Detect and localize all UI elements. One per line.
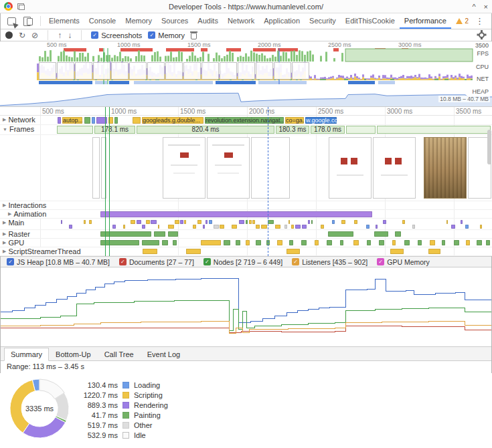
main-thread-task[interactable] <box>291 225 294 229</box>
task-chip[interactable] <box>327 240 332 245</box>
tab-sources[interactable]: Sources <box>157 13 193 29</box>
main-thread-task[interactable] <box>451 225 455 229</box>
scrollbar-thumb[interactable] <box>487 130 491 164</box>
expand-triangle-icon[interactable]: ▶ <box>3 231 6 237</box>
task-chip[interactable] <box>315 240 319 245</box>
counter-checkbox-listeners[interactable]: ✓Listeners [435 – 902] <box>292 258 367 266</box>
main-thread-task[interactable] <box>180 220 183 224</box>
counter-checkbox-js[interactable]: ✓JS Heap [10.8 MB – 40.7 MB] <box>7 258 110 266</box>
task-chip[interactable] <box>442 240 445 245</box>
task-chip[interactable] <box>301 240 307 245</box>
main-thread-task[interactable] <box>302 225 307 229</box>
frame-bar[interactable] <box>57 126 93 134</box>
task-chip[interactable] <box>428 249 440 254</box>
main-thread-task[interactable] <box>214 225 219 229</box>
task-chip[interactable] <box>246 240 250 245</box>
task-chip[interactable] <box>477 240 482 245</box>
filmstrip-screenshot[interactable] <box>207 137 250 199</box>
collapse-triangle-icon[interactable]: ▼ <box>3 127 7 132</box>
main-thread-task[interactable] <box>206 220 208 224</box>
track-frames[interactable]: ▼Frames178.1 ms820.4 ms180.3 ms178.0 ms <box>0 125 492 135</box>
task-chip[interactable] <box>100 240 139 245</box>
track-network[interactable]: ▶Networkautop...googleads.g.double...rev… <box>0 116 492 125</box>
main-thread-task[interactable] <box>209 220 213 224</box>
counter-checkbox-gpu[interactable]: ✓GPU Memory <box>377 258 430 266</box>
main-thread-task[interactable] <box>89 220 92 224</box>
main-thread-task[interactable] <box>354 220 357 224</box>
frame-bar[interactable]: 180.3 ms <box>276 126 309 134</box>
task-chip[interactable] <box>454 240 459 245</box>
expand-triangle-icon[interactable]: ▶ <box>8 211 11 217</box>
main-thread-task[interactable] <box>146 220 150 224</box>
frame-bar[interactable] <box>377 126 491 134</box>
task-chip[interactable] <box>162 240 168 245</box>
main-thread-task[interactable] <box>308 220 310 224</box>
main-thread-task[interactable] <box>123 225 125 229</box>
main-thread-task[interactable] <box>193 225 196 229</box>
settings-gear-icon[interactable] <box>479 32 485 38</box>
track-main[interactable]: ▶Main <box>0 219 492 230</box>
filmstrip-screenshot[interactable] <box>163 137 206 199</box>
expand-triangle-icon[interactable]: ▶ <box>3 220 6 225</box>
task-chip[interactable] <box>340 240 343 245</box>
timeline-tracks[interactable]: 500 ms1000 ms1500 ms2000 ms2500 ms3000 m… <box>0 107 492 256</box>
filmstrip-screenshot[interactable] <box>329 137 372 199</box>
frame-bar[interactable] <box>346 126 376 134</box>
main-thread-task[interactable] <box>203 225 205 229</box>
network-request[interactable] <box>133 117 141 124</box>
task-chip[interactable] <box>236 240 240 245</box>
network-request[interactable]: co=ga... <box>285 117 304 124</box>
main-thread-task[interactable] <box>261 225 267 229</box>
record-button[interactable] <box>5 31 13 39</box>
tab-console[interactable]: Console <box>84 13 120 29</box>
track-raster[interactable]: ▶Raster <box>0 230 492 239</box>
save-profile-icon[interactable]: ↓ <box>68 31 72 40</box>
main-thread-task[interactable] <box>249 220 252 224</box>
main-thread-task[interactable] <box>256 225 260 229</box>
details-tab-call-tree[interactable]: Call Tree <box>98 348 141 361</box>
track-label-animation[interactable]: ▶Animation <box>0 210 50 218</box>
network-request[interactable] <box>92 117 95 124</box>
main-thread-task[interactable] <box>268 220 274 224</box>
details-tab-summary[interactable]: Summary <box>4 348 49 361</box>
tab-audits[interactable]: Audits <box>193 13 223 29</box>
main-thread-task[interactable] <box>321 225 324 229</box>
warning-badge[interactable]: 2 <box>453 17 471 25</box>
main-thread-task[interactable] <box>446 220 448 224</box>
filmstrip-screenshot[interactable] <box>424 137 467 199</box>
task-chip[interactable] <box>353 240 359 245</box>
track-label-script_streamer[interactable]: ▶ScriptStreamerThread <box>0 247 85 255</box>
more-options-icon[interactable]: ⋮ <box>471 16 488 26</box>
network-request[interactable] <box>114 117 118 124</box>
main-thread-task[interactable] <box>112 225 116 229</box>
network-request[interactable]: w.google.co... <box>305 117 337 124</box>
main-thread-task[interactable] <box>311 220 313 224</box>
tab-application[interactable]: Application <box>259 13 305 29</box>
task-chip[interactable] <box>430 240 435 245</box>
main-thread-task[interactable] <box>332 220 335 224</box>
main-thread-task[interactable] <box>158 225 160 229</box>
task-chip[interactable] <box>395 231 401 237</box>
network-request[interactable]: autop... <box>62 117 82 124</box>
task-chip[interactable] <box>142 240 159 245</box>
animation-bar[interactable] <box>100 211 372 217</box>
network-request[interactable] <box>58 117 61 124</box>
main-thread-task[interactable] <box>84 220 86 224</box>
screenshots-checkbox[interactable]: ✓ Screenshots <box>91 31 142 39</box>
frame-bar[interactable]: 178.0 ms <box>311 126 345 134</box>
timeline-overview[interactable]: 500 ms1000 ms1500 ms2000 ms2500 ms3000 m… <box>0 41 492 107</box>
task-chip[interactable] <box>286 249 300 254</box>
tab-memory[interactable]: Memory <box>120 13 157 29</box>
counters-chart[interactable] <box>0 267 492 337</box>
task-chip[interactable] <box>143 249 157 254</box>
main-thread-task[interactable] <box>402 220 405 224</box>
track-label-interactions[interactable]: ▶Interactions <box>0 201 50 209</box>
expand-triangle-icon[interactable]: ▶ <box>3 117 6 122</box>
task-chip[interactable] <box>256 240 261 245</box>
track-label-frames[interactable]: ▼Frames <box>0 125 38 133</box>
load-profile-icon[interactable]: ↑ <box>58 31 62 40</box>
tab-security[interactable]: Security <box>305 13 341 29</box>
main-thread-task[interactable] <box>284 225 288 229</box>
filmstrip-screenshot[interactable] <box>373 137 416 199</box>
main-thread-task[interactable] <box>151 220 157 224</box>
